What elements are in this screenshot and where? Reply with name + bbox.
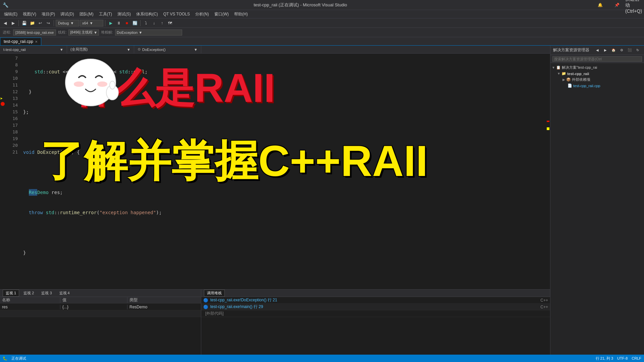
se-home-btn[interactable]: 🏠	[610, 47, 617, 54]
codemap-button[interactable]: 🗺	[166, 19, 174, 27]
code-area: t-test-cpp_raii ▼ (全局范围) ▼ ⚙ DoException…	[0, 46, 550, 362]
minimize-button[interactable]: 🔔	[592, 0, 608, 10]
code-line-11: void DoException() {	[23, 149, 547, 156]
tab-close-icon[interactable]: ✕	[35, 40, 38, 44]
menu-arch[interactable]: 体系结构(C)	[133, 11, 161, 18]
namespace-selector[interactable]: (全局范围) ▼	[67, 46, 134, 53]
step-over-button[interactable]: ⤵	[142, 19, 150, 27]
ext-arrow: ▶	[562, 78, 565, 81]
right-panel: 解决方案资源管理器 ◀ ▶ 🏠 ⚙ ⬛ ↻ ▼ 📋 解决方案"test-cpp_…	[550, 46, 644, 362]
solution-explorer-title: 解决方案资源管理器	[553, 47, 589, 53]
se-refresh-btn[interactable]: ↻	[634, 47, 641, 54]
namespace-label: (全局范围)	[70, 47, 88, 52]
undo-button[interactable]: ↩	[37, 19, 44, 27]
scope-selector[interactable]: t-test-cpp_raii ▼	[0, 46, 67, 53]
menu-qt[interactable]: QT VS TOOLS	[161, 11, 193, 17]
callstack-tab[interactable]: 调用堆栈	[204, 290, 225, 297]
code-line-17	[23, 269, 547, 276]
stop-button[interactable]: ■	[123, 19, 130, 27]
tab-main-file[interactable]: test-cpp_raii.cpp ✕	[0, 38, 41, 45]
callstack-row-1[interactable]: 🔵 test-cpp_raii.exe!main() 行 29 C++	[201, 304, 550, 310]
thread-arrow: ▼	[94, 31, 97, 35]
toolbar-sep-3	[105, 20, 105, 26]
debug-bar: 进程: [3588] test-cpp_raii.exe 线程: [8496] …	[0, 28, 644, 37]
callstack-func-2: [外部代码]	[205, 311, 531, 316]
platform-dropdown[interactable]: x64 ▼	[80, 20, 103, 26]
menu-edit[interactable]: 编辑(E)	[1, 11, 20, 18]
callstack-table: 🔵 test-cpp_raii.exe!DoException() 行 21 C…	[201, 297, 550, 362]
save-button[interactable]: 💾	[20, 19, 28, 27]
source-file-item[interactable]: 📄 test-cpp_raii.cpp	[562, 83, 643, 88]
watch-tab-4[interactable]: 监视 4	[56, 290, 73, 297]
watch-type-res: ResDemo	[127, 305, 201, 309]
stack-dropdown[interactable]: DoException ▼	[115, 29, 182, 36]
menu-analyze[interactable]: 分析(N)	[193, 11, 212, 18]
pause-button[interactable]: ⏸	[115, 19, 122, 27]
menu-project[interactable]: 项目(P)	[39, 11, 58, 18]
se-settings-btn[interactable]: ⚙	[618, 47, 625, 54]
thread-dropdown[interactable]: [8496] 主线程 ▼	[68, 29, 99, 36]
maximize-button[interactable]: 📌	[609, 0, 625, 10]
toolbar-sep-1	[18, 20, 19, 26]
menu-view[interactable]: 视图(V)	[20, 11, 39, 18]
stack-label: 堆栈帧:	[101, 30, 113, 35]
platform-arrow: ▼	[90, 21, 93, 25]
menu-window[interactable]: 窗口(W)	[212, 11, 231, 18]
solution-search-input[interactable]	[552, 56, 642, 62]
redo-button[interactable]: ↪	[45, 19, 52, 27]
se-back-btn[interactable]: ◀	[594, 47, 601, 54]
function-label: DoException()	[142, 48, 166, 52]
current-line-arrow: ➤	[0, 95, 3, 102]
status-line-ending: CRLF	[632, 356, 641, 360]
menu-debug[interactable]: 调试(D)	[58, 11, 77, 18]
se-collapse-btn[interactable]: ⬛	[626, 47, 633, 54]
source-file-name: test-cpp_raii.cpp	[573, 84, 600, 88]
solution-arrow: ▼	[552, 66, 555, 69]
scope-arrow: ▼	[60, 48, 63, 52]
close-button[interactable]: 快速启动 (Ctrl+Q)	[626, 0, 641, 10]
step-out-button[interactable]: ↑	[158, 19, 166, 27]
project-arrow: ▼	[557, 72, 560, 75]
project-item[interactable]: ▼ 📁 test-cpp_raii	[557, 71, 643, 76]
solution-search-area	[550, 55, 644, 63]
debug-config-dropdown[interactable]: Debug ▼	[56, 20, 79, 26]
breakpoint-marker[interactable]	[1, 102, 5, 106]
callstack-row-0[interactable]: 🔵 test-cpp_raii.exe!DoException() 行 21 C…	[201, 297, 550, 304]
process-label: 进程:	[3, 30, 11, 35]
back-button[interactable]: ◀	[1, 19, 9, 27]
menu-tools[interactable]: 工具(T)	[96, 11, 115, 18]
scope-label: t-test-cpp_raii	[3, 48, 26, 52]
menu-team[interactable]: 团队(M)	[77, 11, 96, 18]
solution-root[interactable]: ▼ 📋 解决方案"test-cpp_rai	[552, 64, 643, 71]
function-selector[interactable]: ⚙ DoException() ▼	[134, 46, 201, 53]
watch-panel: 监视 1 监视 2 监视 3 监视 4 名称 值 类型 res {...} Re…	[0, 290, 201, 362]
restart-button[interactable]: 🔄	[131, 19, 139, 27]
tab-label: test-cpp_raii.cpp	[4, 39, 33, 44]
callstack-icon-1: 🔵	[203, 305, 208, 309]
thread-label: 线程:	[58, 30, 66, 35]
watch-tab-1[interactable]: 监视 1	[3, 290, 19, 297]
watch-tab-2[interactable]: 监视 2	[20, 290, 37, 297]
svg-point-2	[97, 81, 107, 87]
watch-col-header-value: 值	[60, 297, 127, 303]
watch-empty-row[interactable]	[0, 310, 201, 317]
window-controls[interactable]: 🔔 📌 快速启动 (Ctrl+Q)	[592, 0, 641, 10]
svg-point-4	[110, 81, 115, 89]
window-title: test-cpp_raii (正在调试) - Microsoft Visual …	[8, 2, 592, 8]
start-debug-button[interactable]: ▶	[107, 19, 114, 27]
namespace-arrow: ▼	[127, 48, 130, 52]
watch-tab-3[interactable]: 监视 3	[38, 290, 55, 297]
step-into-button[interactable]: ↓	[150, 19, 158, 27]
watch-row-res[interactable]: res {...} ResDemo	[0, 304, 201, 310]
watch-header-row: 名称 值 类型	[0, 297, 201, 304]
menu-test[interactable]: 测试(S)	[115, 11, 133, 18]
menu-help[interactable]: 帮助(H)	[231, 11, 251, 18]
status-encoding: UTF-8	[617, 356, 628, 360]
process-value[interactable]: [3588] test-cpp_raii.exe	[13, 29, 56, 36]
se-forward-btn[interactable]: ▶	[602, 47, 609, 54]
project-icon: 📁	[561, 71, 566, 76]
open-button[interactable]: 📁	[29, 19, 36, 27]
external-deps-item[interactable]: ▶ 📦 外部依赖项	[562, 76, 643, 83]
debug-config-arrow: ▼	[70, 21, 74, 25]
forward-button[interactable]: ▶	[9, 19, 17, 27]
